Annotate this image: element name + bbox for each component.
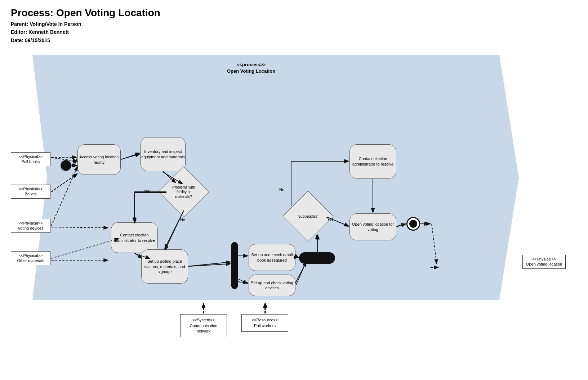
- inventory-inspect-node: Inventory and inspect equipment and mate…: [141, 137, 186, 171]
- setup-epoll-node: Set up and check e-poll book as required: [249, 244, 295, 271]
- editor-info: Editor: Kenneth Bennett: [11, 28, 577, 36]
- diagram-area: <<process>> Open Voting Location <<Physi…: [11, 55, 573, 336]
- open-voting-node: Open voting location for voting: [349, 213, 396, 240]
- fork-bar: [231, 242, 238, 289]
- access-facility-node: Access voting location facility: [77, 144, 121, 175]
- date-info: Date: 09/15/2015: [11, 36, 577, 44]
- contact-resolve-right-node: Contact election administrator to resolv…: [349, 144, 396, 178]
- start-node: [61, 160, 71, 171]
- poll-workers-box: <<Resource>> Poll workers: [241, 314, 288, 332]
- contact-resolve-left-node: Contact election administrator to resolv…: [111, 222, 158, 253]
- comm-network-box: <<System>> Communication network: [180, 314, 227, 337]
- problems-yes-label: Yes: [143, 189, 150, 193]
- join-bar: [299, 252, 335, 264]
- open-voting-location-box: <<Physical>> Open voting location: [522, 255, 566, 269]
- successful-yes-label: Yes: [327, 217, 334, 221]
- end-node: [406, 217, 420, 231]
- problems-no-label: No: [180, 218, 185, 222]
- setup-polling-node: Set up polling place stations, materials…: [141, 249, 188, 284]
- ballots-box: <<Physical>> Ballots: [11, 185, 50, 199]
- parent-info: Parent: Voting/Vote In Person: [11, 20, 577, 28]
- poll-books-box: <<Physical>> Poll books: [11, 152, 50, 166]
- swimlane-label: <<process>> Open Voting Location: [227, 62, 275, 74]
- successful-no-label: No: [279, 187, 284, 192]
- page-header: Process: Open Voting Location Parent: Vo…: [11, 7, 577, 44]
- voting-devices-box: <<Physical>> Voting devices: [11, 219, 50, 233]
- page-title: Process: Open Voting Location: [11, 7, 577, 19]
- setup-voting-devices-node: Set up and check voting devices: [249, 275, 295, 296]
- other-materials-box: <<Physical>> Other materials: [11, 251, 50, 265]
